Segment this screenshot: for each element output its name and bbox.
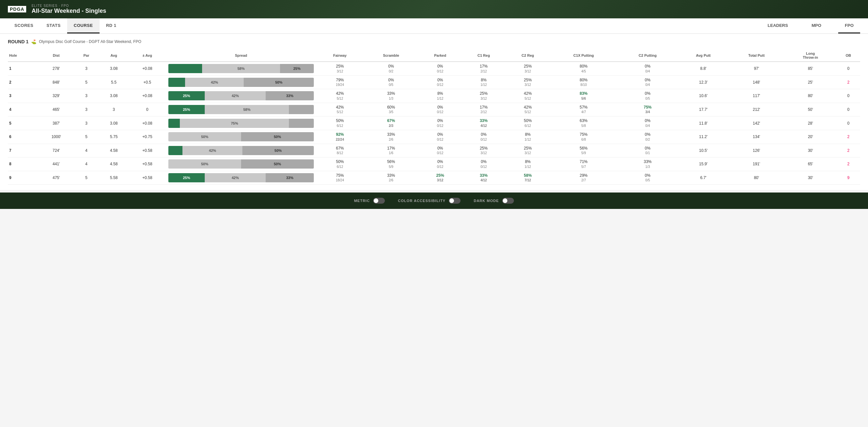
nav-leaders[interactable]: LEADERS [761,18,795,33]
cell-c1reg: 0%0/12 [462,158,506,171]
cell-hole: 3 [8,89,38,103]
round-label: ROUND 1 [8,39,29,44]
cell-c1xput: 71%5/7 [550,158,617,171]
spread-segment-green: 25% [168,173,205,182]
cell-fairway: 67%8/12 [316,144,364,158]
nav-left: SCORES STATS COURSE RD 1 [8,18,123,33]
col-fairway: Fairway [316,50,364,62]
cell-c2put: 0%0/2 [617,130,678,144]
tab-scores[interactable]: SCORES [8,18,40,33]
cell-c2reg: 42%5/12 [506,89,550,103]
cell-c1reg: 25%3/12 [462,89,506,103]
cell-avg-putt: 8.8' [678,62,729,76]
spread-segment-green [168,64,202,73]
spread-bar: 50%50% [168,160,314,169]
col-dist: Dist [38,50,74,62]
cell-c2reg: 8%1/12 [506,130,550,144]
cell-ob: 0 [837,116,860,130]
dark-mode-toggle-group: DARK MODE [474,198,514,204]
cell-par: 3 [74,62,99,76]
cell-spread: 25%58% [166,103,316,116]
tab-course[interactable]: COURSE [67,18,100,33]
cell-par: 4 [74,158,99,171]
cell-c2reg: 25%3/12 [506,76,550,89]
cell-parked: 0%0/12 [418,144,462,158]
cell-ob: 2 [837,76,860,89]
cell-pm-avg: +0.58 [129,158,166,171]
col-c1xputting: C1X Putting [550,50,617,62]
cell-dist: 465' [38,103,74,116]
spread-segment-dark: 33% [266,91,314,101]
col-spread: Spread [166,50,316,62]
cell-c2put: 75%3/4 [617,103,678,116]
col-total-putt: Total Putt [729,50,784,62]
cell-hole: 6 [8,130,38,144]
flag-icon: ⛳ [31,39,36,44]
cell-avg-putt: 15.9' [678,158,729,171]
cell-c1xput: 29%2/7 [550,171,617,184]
cell-total-putt: 212' [729,103,784,116]
cell-ob: 0 [837,89,860,103]
spread-segment-dark: 50% [242,146,314,155]
cell-avg: 5.5 [99,76,129,89]
cell-ob: 0 [837,103,860,116]
cell-ob: 9 [837,171,860,184]
metric-toggle[interactable] [373,198,385,204]
cell-long-throw: 65' [784,158,837,171]
cell-c1reg: 8%1/12 [462,76,506,89]
cell-total-putt: 134' [729,130,784,144]
cell-hole: 5 [8,116,38,130]
spread-segment-green: 25% [168,91,205,101]
cell-avg: 3.08 [99,89,129,103]
cell-spread: 58%25% [166,62,316,76]
cell-pm-avg: +0.08 [129,89,166,103]
cell-fairway: 75%18/24 [316,171,364,184]
color-accessibility-knob [450,198,454,203]
cell-pm-avg: +0.58 [129,171,166,184]
cell-avg-putt: 11.2' [678,130,729,144]
cell-par: 5 [74,76,99,89]
spread-bar: 42%50% [168,146,314,155]
cell-total-putt: 126' [729,144,784,158]
color-accessibility-toggle[interactable] [449,198,461,204]
spread-bar: 25%42%33% [168,173,314,182]
dark-mode-toggle[interactable] [502,198,514,204]
cell-dist: 329' [38,89,74,103]
cell-c2reg: 25%3/12 [506,62,550,76]
stats-table: Hole Dist Par Avg ± Avg Spread Fairway S… [8,50,860,184]
spread-segment-light: 42% [182,146,242,155]
nav-mpo[interactable]: MPO [805,18,828,33]
spread-bar: 25%42%33% [168,91,314,101]
table-row: 4 465' 3 3 0 25%58% 42%5/12 60%3/5 0%0/1… [8,103,860,116]
cell-c2put: 0%0/4 [617,62,678,76]
cell-c1xput: 56%5/9 [550,144,617,158]
cell-par: 3 [74,89,99,103]
cell-c2reg: 42%5/12 [506,103,550,116]
cell-avg-putt: 17.7' [678,103,729,116]
metric-toggle-group: METRIC [354,198,385,204]
cell-parked: 0%0/12 [418,103,462,116]
tab-rd1[interactable]: RD 1 [100,18,123,33]
cell-scramble: 0%0/5 [364,76,419,89]
table-row: 5 387' 3 3.08 +0.08 75% 50%6/12 67%2/3 0… [8,116,860,130]
spread-bar: 50%50% [168,132,314,141]
table-row: 8 441' 4 4.58 +0.58 50%50% 50%6/12 56%5/… [8,158,860,171]
cell-c2reg: 58%7/12 [506,171,550,184]
cell-avg: 3 [99,103,129,116]
cell-long-throw: 20' [784,130,837,144]
table-row: 2 848' 5 5.5 +0.5 42%50% 79%19/24 0%0/5 … [8,76,860,89]
table-row: 9 475' 5 5.58 +0.58 25%42%33% 75%18/24 3… [8,171,860,184]
footer: METRIC COLOR ACCESSIBILITY DARK MODE [0,193,868,209]
cell-c1xput: 63%5/8 [550,116,617,130]
table-row: 1 278' 3 3.08 +0.08 58%25% 25%3/12 0%0/2… [8,62,860,76]
spread-segment-light: 75% [180,119,289,128]
tab-stats[interactable]: STATS [40,18,67,33]
cell-dist: 1000' [38,130,74,144]
spread-segment-light: 42% [185,78,244,87]
nav-fpo[interactable]: FPO [838,18,860,33]
cell-pm-avg: +0.75 [129,130,166,144]
col-avg-putt: Avg Putt [678,50,729,62]
spread-segment-light: 58% [205,105,289,114]
spread-bar: 58%25% [168,64,314,73]
cell-c2put: 33%1/3 [617,158,678,171]
